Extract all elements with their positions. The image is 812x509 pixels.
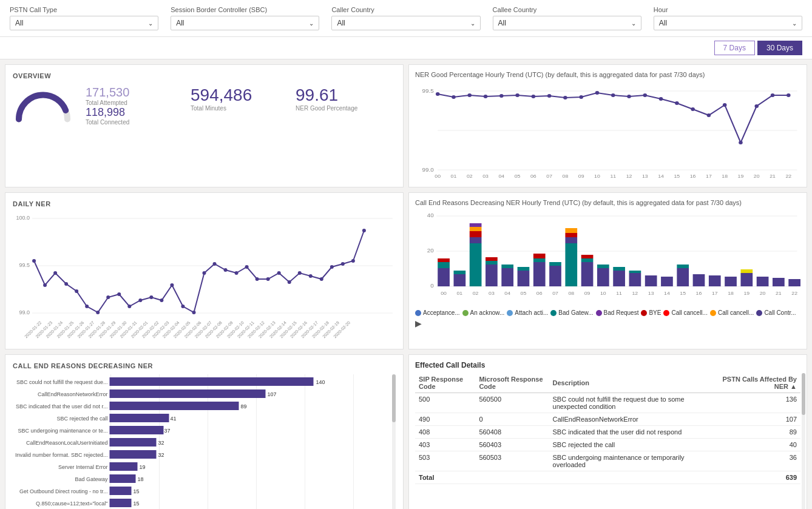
svg-point-77 [245,265,249,269]
total-row: Total 639 [415,471,800,484]
svg-text:SBC rejected the call: SBC rejected the call [56,416,107,422]
svg-text:18: 18 [728,290,734,296]
7-days-button[interactable]: 7 Days [714,41,755,55]
svg-point-24 [739,141,743,144]
legend-acceptance-label: Acceptance... [423,309,460,316]
callee-filter-value: All [498,19,506,27]
cell-ms: 0 [475,413,549,426]
caller-filter-select[interactable]: All ⌄ [331,16,480,30]
legend-acceptance-dot [415,310,421,316]
total-attempted-label: Total Attempted [86,99,186,106]
svg-rect-157 [613,267,625,271]
svg-point-87 [351,259,355,263]
svg-text:00: 00 [435,173,441,179]
table-scrollbar-thumb [802,373,805,415]
svg-point-75 [224,268,228,272]
cell-sip: 500 [415,393,475,413]
svg-point-15 [595,91,600,95]
svg-rect-223 [110,462,138,471]
svg-rect-168 [740,269,753,273]
svg-text:08: 08 [563,173,569,179]
svg-point-64 [106,295,110,299]
svg-point-73 [202,271,206,275]
svg-point-74 [213,262,217,266]
svg-point-6 [452,95,456,99]
main-grid: OVERVIEW 171,530 Total Attempted 118,998… [0,59,812,509]
svg-text:99.5: 99.5 [19,262,30,268]
table-scrollbar[interactable] [802,373,805,509]
svg-text:03: 03 [482,173,489,179]
svg-text:22: 22 [785,173,791,179]
overview-content: 171,530 Total Attempted 118,998 Total Co… [13,84,396,127]
svg-text:18: 18 [722,173,728,179]
svg-text:04: 04 [504,290,510,296]
filters-bar: PSTN Call Type All ⌄ Session Border Cont… [0,0,812,37]
svg-rect-163 [677,265,689,268]
svg-text:89: 89 [241,403,247,410]
svg-text:Server Internal Error: Server Internal Error [58,464,108,470]
svg-text:99.0: 99.0 [19,309,30,315]
svg-text:41: 41 [171,416,177,422]
svg-point-67 [138,298,142,302]
legend-callcancel2: Call cancell... [710,309,754,316]
svg-text:11: 11 [610,173,616,179]
svg-rect-162 [677,268,689,286]
svg-text:06: 06 [530,173,536,179]
svg-text:05: 05 [521,290,527,296]
svg-rect-149 [565,233,577,237]
daily-ner-card: Daily NER 100.0 99.5 99.0 [5,192,404,349]
30-days-button[interactable]: 30 Days [757,41,802,55]
caller-filter-label: Caller Country [331,6,480,13]
ner-stat: 99.61 NER Good Percentage [296,86,396,126]
svg-rect-144 [533,254,546,258]
hour-chevron-icon: ⌄ [792,20,797,27]
svg-rect-220 [110,450,157,459]
total-minutes-stat: 594,486 Total Minutes [191,86,291,126]
svg-rect-142 [533,262,546,286]
svg-text:13: 13 [648,290,654,296]
legend-more-icon[interactable]: ▶ [415,319,422,328]
svg-text:16: 16 [690,173,696,179]
pstn-filter-select[interactable]: All ⌄ [10,16,158,30]
svg-rect-136 [486,261,498,265]
svg-point-16 [611,93,615,97]
svg-rect-153 [581,255,594,258]
callee-filter-select[interactable]: All ⌄ [493,16,641,30]
hour-filter-group: Hour All ⌄ [654,6,802,30]
sbc-chevron-icon: ⌄ [309,20,314,27]
legend-bye-dot [641,310,647,316]
cell-ms: 560500 [475,393,549,413]
gauge-container [13,84,73,127]
col-sip: SIP Response Code [415,373,475,393]
col-ms: Microsoft Response Code [475,373,549,393]
svg-text:07: 07 [546,173,552,179]
svg-rect-155 [597,265,609,268]
legend-callcancel2-label: Call cancell... [718,309,754,316]
legend-attach-label: Attach acti... [515,309,548,316]
legend-anknow: An acknow... [462,309,505,316]
ner-trend-card: NER Good Percentage Hourly Trend (UTC) (… [408,64,807,187]
svg-rect-135 [486,265,498,286]
svg-point-81 [288,280,291,284]
legend-acceptance: Acceptance... [415,309,460,316]
bar-chart-scrollbar[interactable] [392,374,396,509]
svg-point-58 [43,283,47,287]
sbc-filter-select[interactable]: All ⌄ [171,16,319,30]
svg-text:01: 01 [456,290,462,296]
hour-filter-label: Hour [654,6,802,13]
svg-text:19: 19 [140,464,146,470]
legend-badrequest: Bad Request [596,309,639,316]
effected-table-container[interactable]: SIP Response Code Microsoft Response Cod… [415,373,800,484]
svg-point-5 [436,92,440,96]
svg-point-18 [643,93,648,97]
legend-badrequest-label: Bad Request [604,309,639,316]
hour-filter-select[interactable]: All ⌄ [654,16,802,30]
stats-grid: 171,530 Total Attempted 118,998 Total Co… [86,86,396,126]
svg-point-62 [85,305,89,308]
table-row: 503 560503 SBC undergoing maintenance or… [415,451,800,471]
table-row: 408 560408 SBC indicated that the user d… [415,426,800,439]
svg-rect-160 [645,275,657,286]
total-connected-value: 118,998 [86,106,186,119]
cell-count: 36 [717,451,800,471]
svg-point-26 [771,93,775,97]
